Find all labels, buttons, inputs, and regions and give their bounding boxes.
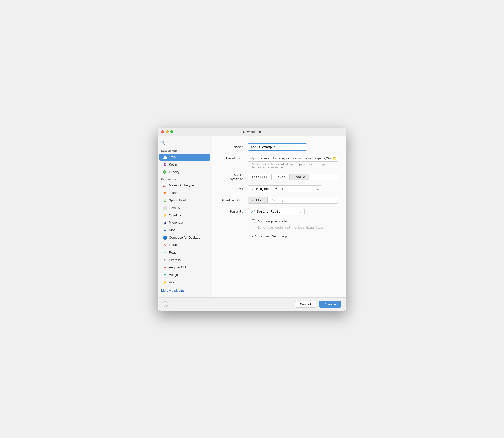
advanced-settings-label: Advanced Settings (255, 234, 288, 238)
gradle-dsl-groovy[interactable]: Groovy (268, 197, 287, 203)
sidebar-item-label-react: React (169, 251, 177, 254)
dialog-footer: ? Cancel Create (158, 297, 346, 311)
sidebar-item-angular[interactable]: 🔺 Angular CLI (159, 264, 210, 271)
gradle-dsl-control: Kotlin Groovy (248, 197, 338, 204)
sidebar-item-vite[interactable]: ⚡ Vite (159, 279, 210, 286)
footer-buttons: Cancel Create (295, 301, 341, 308)
sidebar-item-maven-archetype[interactable]: m Maven Archetype (159, 182, 210, 189)
main-panel: Name: Location: 📁 Module will be created… (212, 136, 346, 297)
generate-code-label: Generate code with onboarding tips (257, 226, 324, 229)
sidebar-item-label-vite: Vite (169, 280, 174, 284)
name-label: Name: (220, 145, 248, 149)
parent-dropdown[interactable]: 🔗 Spring-Redis ⌄ (248, 208, 305, 215)
compose-icon: 🔵 (163, 235, 167, 240)
quarkus-icon: ⚡ (163, 213, 167, 218)
sidebar-footer: More via plugins… (158, 286, 212, 295)
new-module-dialog: New Module 🔍 New Module ☕ Java 𝐊 Kotlin … (158, 128, 346, 311)
javafx-icon: ⬜ (163, 206, 167, 210)
maven-icon: m (163, 183, 167, 188)
build-system-gradle[interactable]: Gradle (290, 174, 309, 180)
sidebar-item-label-html: HTML (169, 243, 178, 247)
parent-value: Spring-Redis (257, 210, 280, 213)
parent-row: Parent: 🔗 Spring-Redis ⌄ (220, 208, 338, 215)
name-control (248, 143, 338, 151)
jdk-value: Project JDK 21 (256, 187, 284, 191)
ktor-icon: ◆ (163, 228, 167, 232)
java-icon: ☕ (163, 155, 167, 159)
add-sample-code-checkbox[interactable] (252, 219, 255, 223)
location-input[interactable] (250, 157, 332, 160)
sidebar-item-label-angular: Angular CLI (169, 265, 186, 269)
minimize-button[interactable] (166, 130, 169, 133)
sidebar-item-react[interactable]: ⚛ React (159, 249, 210, 256)
gradle-dsl-row: Gradle DSL: Kotlin Groovy (220, 197, 338, 204)
gradle-dsl-kotlin[interactable]: Kotlin (248, 197, 268, 203)
cancel-button[interactable]: Cancel (295, 301, 316, 308)
location-row-inner: Location: 📁 (220, 155, 338, 162)
build-system-label: Build system: (220, 174, 248, 181)
sidebar-item-compose-desktop[interactable]: 🔵 Compose for Desktop (159, 234, 210, 241)
jdk-row: JDK: 🖥 Project JDK 21 ⌄ (220, 185, 338, 192)
sidebar-item-jakarta-ee[interactable]: 🌶 Jakarta EE (159, 189, 210, 196)
sidebar-item-html[interactable]: 5 HTML (159, 242, 210, 249)
sidebar-item-java[interactable]: ☕ Java (159, 154, 210, 161)
sidebar-item-micronaut[interactable]: μ Micronaut (159, 219, 210, 226)
sidebar-item-spring-boot[interactable]: 🍃 Spring Boot (159, 197, 210, 204)
sidebar-item-label-micronaut: Micronaut (169, 221, 183, 224)
angular-icon: 🔺 (163, 265, 167, 270)
generate-code-checkbox[interactable] (252, 226, 255, 229)
section-new-module: New Module (158, 147, 212, 153)
sidebar-item-ktor[interactable]: ◆ Ktor (159, 227, 210, 234)
maximize-button[interactable] (170, 130, 173, 133)
parent-icon: 🔗 (251, 210, 255, 214)
gradle-dsl-group: Kotlin Groovy (248, 197, 338, 204)
build-system-intellij[interactable]: IntelliJ (248, 174, 272, 180)
advanced-settings-row[interactable]: ▶ Advanced Settings (252, 234, 338, 238)
spring-icon: 🍃 (163, 198, 167, 203)
search-bar: 🔍 (158, 139, 212, 147)
create-button[interactable]: Create (319, 301, 341, 308)
more-plugins-link[interactable]: More via plugins… (161, 289, 188, 292)
add-sample-code-row: Add sample code (252, 219, 338, 223)
location-row: Location: 📁 Module will be created in: ~… (220, 155, 338, 169)
sidebar-item-kotlin[interactable]: 𝐊 Kotlin (159, 161, 210, 168)
sidebar-item-label-spring: Spring Boot (169, 198, 186, 202)
jdk-control: 🖥 Project JDK 21 ⌄ (248, 185, 338, 192)
search-icon: 🔍 (161, 140, 165, 145)
sidebar-item-label-express: Express (169, 258, 181, 262)
search-wrap[interactable]: 🔍 (161, 140, 209, 145)
help-button[interactable]: ? (163, 301, 168, 307)
micronaut-icon: μ (163, 220, 167, 225)
name-input[interactable] (248, 143, 307, 151)
parent-label: Parent: (220, 210, 248, 213)
section-generators: Generators (158, 176, 212, 182)
sidebar-item-label-java: Java (169, 155, 176, 159)
jdk-icon: 🖥 (251, 187, 254, 191)
close-button[interactable] (161, 130, 164, 133)
build-system-control: IntelliJ Maven Gradle (248, 174, 338, 180)
titlebar: New Module (158, 128, 346, 136)
jdk-dropdown[interactable]: 🖥 Project JDK 21 ⌄ (248, 185, 322, 192)
html-icon: 5 (163, 243, 167, 247)
sidebar-item-javafx[interactable]: ⬜ JavaFX (159, 204, 210, 211)
chevron-down-icon: ⌄ (317, 187, 319, 191)
name-row: Name: (220, 143, 338, 151)
location-input-wrap[interactable]: 📁 (248, 155, 338, 162)
advanced-chevron-icon: ▶ (252, 235, 253, 238)
sidebar-item-label-jakarta: Jakarta EE (169, 191, 185, 195)
sidebar: 🔍 New Module ☕ Java 𝐊 Kotlin 🅖 Groovy Ge… (158, 136, 212, 297)
sidebar-item-express[interactable]: ex Express (159, 257, 210, 263)
jakarta-icon: 🌶 (163, 191, 167, 195)
folder-browse-button[interactable]: 📁 (332, 156, 336, 160)
vite-icon: ⚡ (163, 280, 167, 285)
sidebar-item-groovy[interactable]: 🅖 Groovy (159, 169, 210, 175)
sidebar-item-quarkus[interactable]: ⚡ Quarkus (159, 212, 210, 219)
express-icon: ex (163, 258, 167, 262)
sidebar-item-vue[interactable]: ▼ Vue.js (159, 271, 210, 278)
react-icon: ⚛ (163, 250, 167, 255)
location-hint: Module will be created in: ~/private-...… (252, 163, 338, 169)
parent-control: 🔗 Spring-Redis ⌄ (248, 208, 338, 215)
sidebar-item-label-vue: Vue.js (169, 273, 178, 277)
build-system-maven[interactable]: Maven (272, 174, 290, 180)
sidebar-item-label-maven: Maven Archetype (169, 183, 194, 187)
